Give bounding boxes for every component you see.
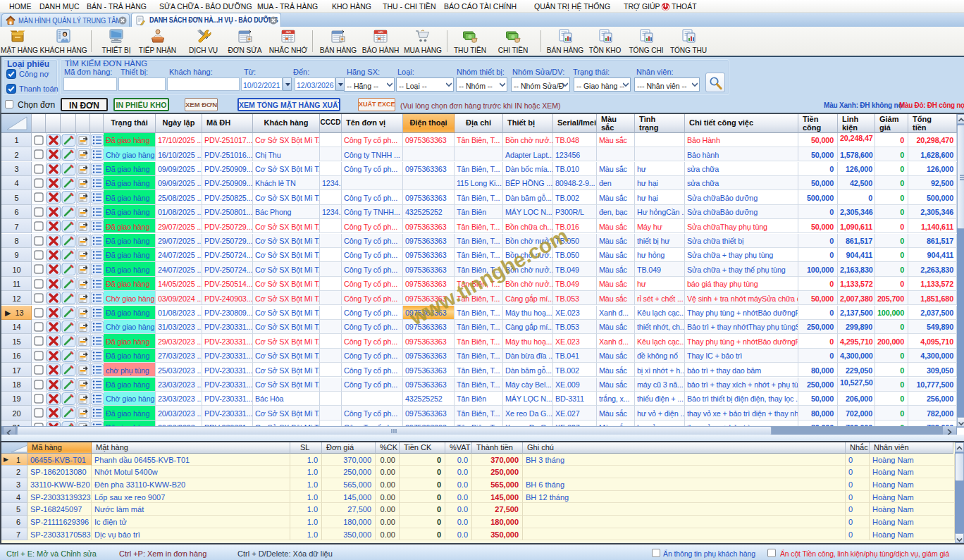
svg-text:JAN: JAN: [285, 30, 291, 34]
svg-text:JAN: JAN: [378, 30, 383, 34]
